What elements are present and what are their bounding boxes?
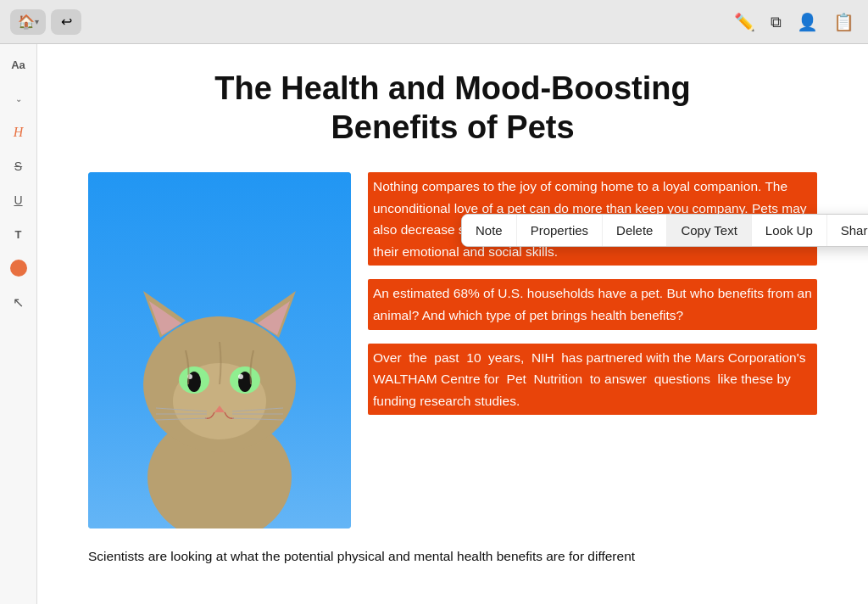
font-label: Aa — [11, 59, 25, 71]
clipboard-icon: 📋 — [833, 13, 854, 31]
pencil-icon: ✏️ — [734, 13, 755, 31]
bottom-paragraph: Scientists are looking at what the poten… — [88, 545, 817, 576]
strikethrough-button[interactable]: S — [5, 154, 32, 178]
back-icon: ↩ — [61, 14, 72, 30]
strikethrough-icon: S — [14, 159, 22, 173]
toolbar: 🏠 ▾ ↩ ✏️ ⧉ 👤 📋 — [0, 0, 868, 44]
context-menu: Note Properties Delete Copy Text Look Up… — [461, 214, 868, 247]
user-button[interactable]: 👤 — [793, 8, 821, 36]
cat-image — [88, 172, 351, 528]
toolbar-right: ✏️ ⧉ 👤 📋 — [731, 8, 858, 36]
svg-point-13 — [238, 374, 243, 379]
context-menu-properties[interactable]: Properties — [517, 215, 603, 246]
sidebar: Aa ⌄ H S U T ↖ — [0, 44, 37, 604]
home-chevron-icon: ▾ — [35, 17, 39, 26]
copy-view-icon: ⧉ — [771, 14, 782, 31]
toolbar-left: 🏠 ▾ ↩ — [10, 9, 81, 35]
cursor-icon: ↖ — [13, 294, 24, 310]
highlighted-paragraph-2: An estimated 68% of U.S. households have… — [368, 279, 817, 329]
font-chevron-icon: ⌄ — [15, 94, 22, 103]
home-button[interactable]: 🏠 ▾ — [10, 9, 46, 35]
back-button[interactable]: ↩ — [51, 9, 81, 35]
underline-button[interactable]: U — [5, 188, 32, 212]
context-menu-look-up[interactable]: Look Up — [752, 215, 827, 246]
underline-icon: U — [14, 193, 22, 207]
text-size-button[interactable]: T — [5, 222, 32, 246]
color-dot-icon — [10, 260, 27, 277]
user-icon: 👤 — [797, 13, 818, 31]
context-menu-share[interactable]: Share — [827, 215, 868, 246]
document-area: The Health and Mood-BoostingBenefits of … — [37, 44, 868, 604]
home-icon: 🏠 — [18, 14, 35, 30]
color-button[interactable] — [5, 256, 32, 280]
font-size-button[interactable]: Aa — [5, 53, 32, 76]
document-title: The Health and Mood-BoostingBenefits of … — [88, 70, 817, 147]
font-chevron-button[interactable]: ⌄ — [5, 87, 32, 110]
text-size-icon: T — [15, 228, 22, 241]
italic-icon: H — [14, 125, 24, 140]
context-menu-delete[interactable]: Delete — [603, 215, 667, 246]
highlighted-paragraph-3: Over the past 10 years, NIH has partnere… — [368, 344, 817, 416]
italic-button[interactable]: H — [5, 120, 32, 144]
clipboard-button[interactable]: 📋 — [830, 8, 858, 36]
main-area: Aa ⌄ H S U T ↖ The Health and Mood-Boost… — [0, 44, 868, 604]
copy-view-button[interactable]: ⧉ — [767, 8, 785, 35]
context-menu-copy-text[interactable]: Copy Text — [667, 215, 751, 246]
cursor-button[interactable]: ↖ — [5, 290, 32, 314]
pencil-button[interactable]: ✏️ — [731, 8, 759, 36]
cat-svg — [88, 172, 351, 528]
context-menu-note[interactable]: Note — [462, 215, 517, 246]
